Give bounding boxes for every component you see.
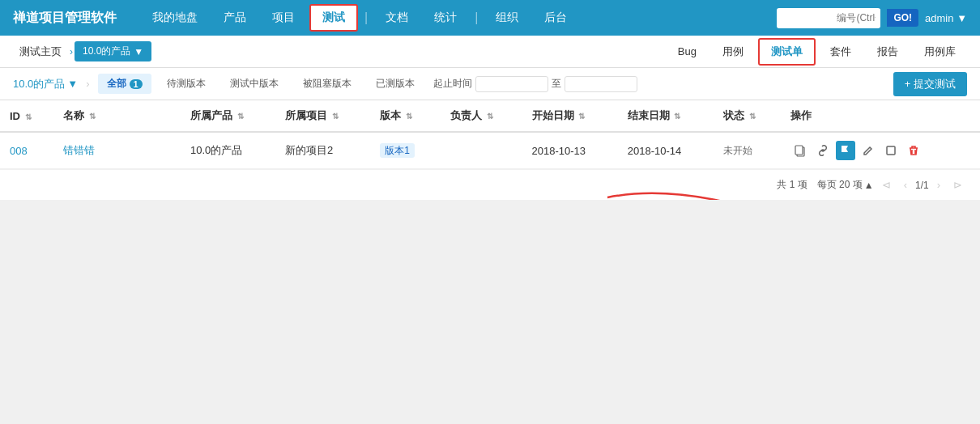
tab-bug[interactable]: Bug — [667, 40, 708, 62]
date-range-filter: 起止时间 至 — [433, 76, 637, 92]
nav-item-mydesk[interactable]: 我的地盘 — [141, 6, 209, 30]
filter-all[interactable]: 全部 1 — [98, 74, 151, 94]
action-edit-icon[interactable] — [859, 141, 878, 160]
row-status-value: 未开始 — [723, 145, 752, 156]
go-button[interactable]: GO! — [887, 9, 918, 27]
filter-product-chevron-icon: ▼ — [67, 78, 78, 90]
table-row: 008 错错错 10.0的产品 新的项目2 版本1 2018- — [0, 132, 980, 169]
page-first-button[interactable]: ⊲ — [877, 177, 896, 193]
breadcrumb-product[interactable]: 10.0的产品 ▼ — [75, 41, 151, 61]
filter-blocked[interactable]: 被阻塞版本 — [294, 74, 360, 94]
search-input[interactable] — [832, 9, 880, 27]
date-end-input[interactable] — [565, 76, 637, 92]
col-version[interactable]: 版本 ⇅ — [370, 100, 441, 132]
action-square-icon[interactable] — [881, 141, 901, 160]
admin-chevron-icon: ▼ — [957, 12, 967, 24]
admin-menu[interactable]: admin ▼ — [925, 12, 967, 24]
action-copy-icon[interactable] — [790, 141, 810, 160]
row-status: 未开始 — [714, 132, 781, 169]
action-link-icon[interactable] — [813, 141, 833, 160]
col-id-label: ID — [10, 110, 20, 122]
breadcrumb-separator: › — [70, 46, 73, 57]
tab-caselibrary[interactable]: 用例库 — [913, 40, 967, 64]
test-run-table: ID ⇅ 名称 ⇅ 所属产品 ⇅ 所属项目 ⇅ 版本 ⇅ — [0, 100, 980, 169]
col-assignee[interactable]: 负责人 ⇅ — [441, 100, 522, 132]
col-start-sort-icon: ⇅ — [578, 112, 585, 121]
row-product: 10.0的产品 — [181, 132, 275, 169]
search-area: 测试单 ▼ — [777, 8, 880, 28]
col-actions: 操作 — [781, 100, 980, 132]
row-id-link[interactable]: 008 — [10, 145, 28, 157]
nav-item-project[interactable]: 项目 — [261, 6, 306, 30]
col-product-sort-icon: ⇅ — [237, 112, 244, 121]
nav-item-stats[interactable]: 统计 — [423, 6, 468, 30]
col-actions-label: 操作 — [790, 109, 812, 121]
col-project[interactable]: 所属项目 ⇅ — [275, 100, 370, 132]
date-to-label: 至 — [552, 77, 561, 91]
col-product-label: 所属产品 — [190, 109, 232, 121]
search-dropdown-label: 测试单 — [783, 12, 812, 23]
col-status-label: 状态 — [723, 109, 744, 121]
pagination-bar: 共 1 项 每页 20 项 ▲ ⊲ ‹ 1/1 › ⊳ — [0, 169, 980, 200]
tab-testrun[interactable]: 测试单 — [758, 38, 816, 66]
col-end-date[interactable]: 结束日期 ⇅ — [618, 100, 714, 132]
page-last-button[interactable]: ⊳ — [948, 177, 967, 193]
row-name: 错错错 — [53, 132, 181, 169]
svg-rect-2 — [887, 146, 895, 155]
filter-tested[interactable]: 已测版本 — [367, 74, 424, 94]
col-name[interactable]: 名称 ⇅ — [53, 100, 181, 132]
col-assignee-label: 负责人 — [450, 109, 482, 121]
row-assignee — [441, 132, 522, 169]
filter-testing[interactable]: 测试中版本 — [221, 74, 288, 94]
tab-testcase[interactable]: 用例 — [711, 40, 755, 64]
admin-label: admin — [925, 12, 953, 24]
page-next-button[interactable]: › — [932, 177, 945, 193]
col-assignee-sort-icon: ⇅ — [487, 112, 493, 121]
col-end-sort-icon: ⇅ — [674, 112, 680, 121]
action-delete-icon[interactable] — [904, 141, 923, 160]
nav-item-org[interactable]: 组织 — [484, 6, 530, 30]
per-page-selector[interactable]: 每页 20 项 ▲ — [817, 178, 874, 192]
filter-all-label: 全部 — [107, 77, 126, 91]
filter-separator: › — [86, 78, 89, 90]
search-dropdown[interactable]: 测试单 ▼ — [777, 8, 832, 28]
row-actions — [781, 132, 980, 169]
submit-test-button[interactable]: + 提交测试 — [893, 72, 967, 96]
per-page-label: 每页 20 项 — [817, 178, 863, 192]
row-project: 新的项目2 — [275, 132, 370, 169]
col-name-label: 名称 — [63, 109, 84, 121]
nav-item-admin[interactable]: 后台 — [533, 6, 578, 30]
nav-separator-1: | — [364, 11, 368, 25]
row-end-value: 2018-10-14 — [628, 145, 682, 157]
per-page-chevron-icon: ▲ — [864, 180, 874, 191]
nav-item-product[interactable]: 产品 — [212, 6, 258, 30]
filter-pending[interactable]: 待测版本 — [158, 74, 215, 94]
chevron-down-icon: ▼ — [816, 12, 825, 23]
nav-item-test[interactable]: 测试 — [309, 4, 358, 32]
action-flag-icon[interactable] — [836, 141, 855, 160]
col-product[interactable]: 所属产品 ⇅ — [181, 100, 275, 132]
filter-all-count: 1 — [130, 79, 143, 89]
action-icons-group — [790, 141, 970, 160]
breadcrumb-home[interactable]: 测试主页 — [13, 41, 68, 62]
page-prev-button[interactable]: ‹ — [899, 177, 912, 193]
row-version-tag[interactable]: 版本1 — [380, 143, 415, 158]
row-product-value: 10.0的产品 — [190, 144, 242, 156]
col-start-date[interactable]: 开始日期 ⇅ — [522, 100, 618, 132]
row-name-link[interactable]: 错错错 — [63, 144, 95, 156]
nav-item-doc[interactable]: 文档 — [374, 6, 420, 30]
tab-suite[interactable]: 套件 — [819, 40, 863, 64]
total-count: 共 1 项 — [777, 178, 807, 192]
col-status[interactable]: 状态 ⇅ — [714, 100, 781, 132]
filter-product-dropdown[interactable]: 10.0的产品 ▼ — [13, 77, 78, 91]
col-id-sort-icon: ⇅ — [25, 112, 32, 121]
tab-report[interactable]: 报告 — [866, 40, 910, 64]
date-start-input[interactable] — [475, 76, 548, 92]
row-end-date: 2018-10-14 — [618, 132, 714, 169]
row-start-date: 2018-10-13 — [522, 132, 618, 169]
filter-product-label: 10.0的产品 — [13, 77, 65, 91]
date-label: 起止时间 — [433, 77, 472, 91]
breadcrumb-product-label: 10.0的产品 — [83, 45, 130, 58]
col-id[interactable]: ID ⇅ — [0, 100, 53, 132]
row-id: 008 — [0, 132, 53, 169]
